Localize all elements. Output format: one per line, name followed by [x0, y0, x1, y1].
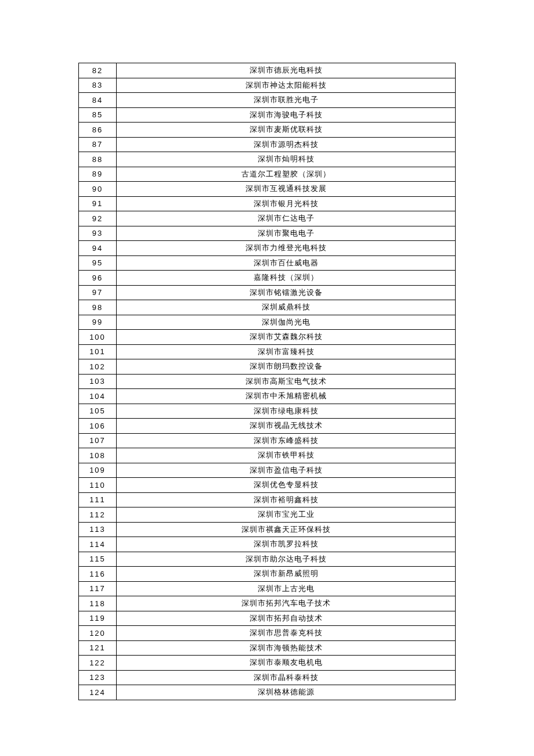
company-name: 深圳市中禾旭精密机械	[117, 389, 456, 404]
row-number: 95	[79, 255, 117, 271]
company-name: 深圳市铭镭激光设备	[117, 285, 456, 300]
row-number: 91	[79, 196, 117, 211]
company-name: 深圳市银月光科技	[117, 196, 456, 211]
company-name: 深圳市海骏电子科技	[117, 107, 456, 123]
company-name: 深圳市互视通科技发展	[117, 182, 456, 197]
table-row: 119深圳市拓邦自动技术	[79, 611, 456, 626]
row-number: 85	[79, 107, 117, 123]
table-row: 120深圳市思普泰克科技	[79, 626, 456, 641]
company-name: 深圳市富臻科技	[117, 344, 456, 359]
row-number: 113	[79, 522, 117, 537]
table-row: 87深圳市源明杰科技	[79, 137, 456, 152]
row-number: 121	[79, 640, 117, 656]
company-name: 深圳市泰顺友电机电	[117, 656, 456, 671]
company-name: 古道尔工程塑胶（深圳）	[117, 167, 456, 182]
row-number: 120	[79, 626, 117, 641]
table-row: 99深圳伽尚光电	[79, 315, 456, 330]
company-name: 深圳市聚电电子	[117, 226, 456, 241]
table-row: 110深圳优色专显科技	[79, 478, 456, 493]
company-table-container: 82深圳市德辰光电科技83深圳市神达太阳能科技84深圳市联胜光电子85深圳市海骏…	[78, 63, 456, 700]
table-row: 100深圳市艾森魏尔科技	[79, 330, 456, 345]
row-number: 118	[79, 596, 117, 611]
row-number: 116	[79, 567, 117, 582]
table-row: 112深圳市宝光工业	[79, 507, 456, 523]
company-name: 深圳市上古光电	[117, 581, 456, 596]
table-row: 90深圳市互视通科技发展	[79, 182, 456, 197]
table-row: 123深圳市晶科泰科技	[79, 670, 456, 685]
table-row: 88深圳市灿明科技	[79, 152, 456, 167]
row-number: 101	[79, 344, 117, 359]
row-number: 100	[79, 330, 117, 345]
table-row: 122深圳市泰顺友电机电	[79, 656, 456, 671]
company-name: 深圳市盈信电子科技	[117, 463, 456, 478]
row-number: 110	[79, 478, 117, 493]
company-name: 深圳市绿电康科技	[117, 404, 456, 419]
table-row: 115深圳市助尔达电子科技	[79, 552, 456, 567]
row-number: 99	[79, 315, 117, 330]
row-number: 112	[79, 507, 117, 523]
company-name: 深圳市灿明科技	[117, 152, 456, 167]
row-number: 83	[79, 78, 117, 93]
company-name: 深圳市视晶无线技术	[117, 419, 456, 434]
row-number: 96	[79, 271, 117, 286]
company-name: 深圳优色专显科技	[117, 478, 456, 493]
row-number: 117	[79, 581, 117, 596]
company-name: 深圳伽尚光电	[117, 315, 456, 330]
table-row: 118深圳市拓邦汽车电子技术	[79, 596, 456, 611]
company-name: 深圳市助尔达电子科技	[117, 552, 456, 567]
company-name: 深圳市德辰光电科技	[117, 63, 456, 78]
table-row: 108深圳市铁甲科技	[79, 448, 456, 463]
company-name: 深圳市仁达电子	[117, 211, 456, 226]
company-name: 深圳市拓邦自动技术	[117, 611, 456, 626]
table-row: 82深圳市德辰光电科技	[79, 63, 456, 78]
table-row: 98深圳威鼎科技	[79, 300, 456, 315]
table-row: 124深圳格林德能源	[79, 685, 456, 700]
table-row: 103深圳市高斯宝电气技术	[79, 374, 456, 389]
table-row: 83深圳市神达太阳能科技	[79, 78, 456, 93]
table-row: 93深圳市聚电电子	[79, 226, 456, 241]
table-row: 94深圳市力维登光电科技	[79, 241, 456, 256]
row-number: 92	[79, 211, 117, 226]
table-row: 116深圳市新昂威照明	[79, 567, 456, 582]
row-number: 86	[79, 123, 117, 138]
row-number: 115	[79, 552, 117, 567]
row-number: 123	[79, 670, 117, 685]
table-row: 85深圳市海骏电子科技	[79, 107, 456, 123]
row-number: 97	[79, 285, 117, 300]
table-row: 91深圳市银月光科技	[79, 196, 456, 211]
table-row: 101深圳市富臻科技	[79, 344, 456, 359]
company-name: 深圳市拓邦汽车电子技术	[117, 596, 456, 611]
company-name: 深圳市高斯宝电气技术	[117, 374, 456, 389]
company-name: 深圳市新昂威照明	[117, 567, 456, 582]
row-number: 88	[79, 152, 117, 167]
company-name: 深圳格林德能源	[117, 685, 456, 700]
row-number: 103	[79, 374, 117, 389]
company-name: 深圳威鼎科技	[117, 300, 456, 315]
table-row: 97深圳市铭镭激光设备	[79, 285, 456, 300]
company-name: 深圳市铁甲科技	[117, 448, 456, 463]
row-number: 106	[79, 419, 117, 434]
company-name: 深圳市源明杰科技	[117, 137, 456, 152]
company-name: 深圳市海顿热能技术	[117, 640, 456, 656]
row-number: 119	[79, 611, 117, 626]
row-number: 105	[79, 404, 117, 419]
company-name: 深圳市凯罗拉科技	[117, 537, 456, 552]
company-name: 深圳市祺鑫天正环保科技	[117, 522, 456, 537]
row-number: 82	[79, 63, 117, 78]
company-name: 深圳市晶科泰科技	[117, 670, 456, 685]
table-row: 96嘉隆科技（深圳）	[79, 271, 456, 286]
row-number: 108	[79, 448, 117, 463]
table-row: 121深圳市海顿热能技术	[79, 640, 456, 656]
company-name: 深圳市艾森魏尔科技	[117, 330, 456, 345]
row-number: 102	[79, 359, 117, 375]
company-table: 82深圳市德辰光电科技83深圳市神达太阳能科技84深圳市联胜光电子85深圳市海骏…	[78, 63, 456, 700]
row-number: 104	[79, 389, 117, 404]
company-name: 深圳市联胜光电子	[117, 93, 456, 108]
row-number: 111	[79, 492, 117, 507]
row-number: 114	[79, 537, 117, 552]
row-number: 84	[79, 93, 117, 108]
table-row: 84深圳市联胜光电子	[79, 93, 456, 108]
row-number: 124	[79, 685, 117, 700]
table-row: 89古道尔工程塑胶（深圳）	[79, 167, 456, 182]
row-number: 89	[79, 167, 117, 182]
